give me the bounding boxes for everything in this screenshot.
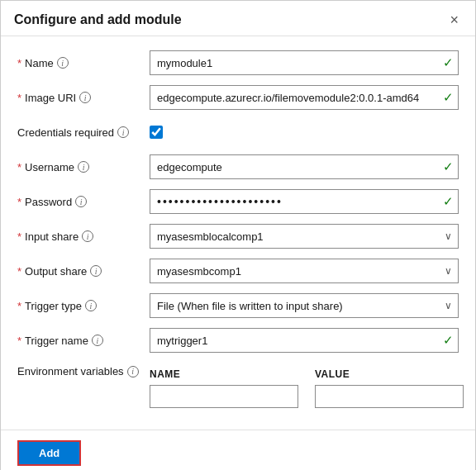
credentials-checkbox[interactable] xyxy=(150,126,163,139)
env-name-col-header: NAME xyxy=(150,368,298,380)
configure-module-dialog: Configure and add module × * Name i ✓ * … xyxy=(0,0,476,470)
output-share-select-wrap: myasesmbcomp1 ∨ xyxy=(150,259,459,283)
image-uri-required: * xyxy=(17,92,21,104)
name-input-wrap: ✓ xyxy=(150,50,459,75)
image-uri-label: * Image URI i xyxy=(17,92,150,104)
name-label-text: Name xyxy=(25,57,54,69)
output-share-label: * Output share i xyxy=(17,265,150,278)
trigger-name-label-text: Trigger name xyxy=(25,335,88,347)
credentials-label-text: Credentials required xyxy=(17,126,114,139)
image-uri-check-icon: ✓ xyxy=(443,90,454,105)
name-check-icon: ✓ xyxy=(443,55,454,70)
username-label: * Username i xyxy=(17,161,150,173)
username-required: * xyxy=(17,161,21,173)
username-input[interactable] xyxy=(150,154,459,179)
image-uri-label-text: Image URI xyxy=(25,92,76,104)
dialog-title: Configure and add module xyxy=(14,12,182,27)
input-share-row: * Input share i myasesmblocalcomp1 ∨ xyxy=(17,223,459,249)
dialog-footer: Add xyxy=(1,430,475,470)
name-info-icon: i xyxy=(57,57,69,69)
trigger-type-label: * Trigger type i xyxy=(17,300,150,312)
trigger-name-input[interactable] xyxy=(150,328,459,353)
password-check-icon: ✓ xyxy=(443,194,454,209)
input-share-label-text: Input share xyxy=(25,230,79,243)
output-share-required: * xyxy=(17,265,21,278)
input-share-label: * Input share i xyxy=(17,230,150,243)
name-row: * Name i ✓ xyxy=(17,50,459,76)
input-share-select-wrap: myasesmblocalcomp1 ∨ xyxy=(150,224,459,249)
env-value-input[interactable] xyxy=(315,385,464,408)
add-button[interactable]: Add xyxy=(17,440,81,466)
env-value-col-header: VALUE xyxy=(315,368,464,380)
env-variables-row: Environment variables i NAME VALUE xyxy=(17,362,459,408)
env-variables-info-icon: i xyxy=(127,366,139,377)
name-input[interactable] xyxy=(150,50,459,75)
trigger-type-select[interactable]: File (When file is written to input shar… xyxy=(150,293,459,318)
image-uri-info-icon: i xyxy=(79,92,91,103)
username-info-icon: i xyxy=(78,161,89,173)
password-label: * Password i xyxy=(17,196,150,208)
name-required: * xyxy=(17,57,21,69)
dialog-header: Configure and add module × xyxy=(1,1,475,36)
trigger-name-required: * xyxy=(17,335,21,347)
image-uri-input-wrap: ✓ xyxy=(150,85,459,110)
credentials-checkbox-wrap xyxy=(150,126,163,139)
env-variables-label: Environment variables i xyxy=(17,362,150,377)
trigger-name-row: * Trigger name i ✓ xyxy=(17,327,459,354)
env-input-row xyxy=(150,385,464,408)
name-label: * Name i xyxy=(17,57,150,69)
close-button[interactable]: × xyxy=(446,12,462,27)
trigger-type-select-wrap: File (When file is written to input shar… xyxy=(150,293,459,318)
password-input[interactable] xyxy=(150,189,459,214)
password-input-wrap: ✓ xyxy=(150,189,459,214)
env-table-header: NAME VALUE xyxy=(150,368,464,380)
password-info-icon: i xyxy=(75,196,87,207)
trigger-name-label: * Trigger name i xyxy=(17,335,150,347)
username-row: * Username i ✓ xyxy=(17,154,459,180)
credentials-label: Credentials required i xyxy=(17,126,150,139)
image-uri-input[interactable] xyxy=(150,85,459,110)
username-label-text: Username xyxy=(25,161,74,173)
input-share-info-icon: i xyxy=(82,230,93,242)
env-variables-label-text: Environment variables xyxy=(17,365,124,377)
password-label-text: Password xyxy=(25,196,72,208)
output-share-select[interactable]: myasesmbcomp1 xyxy=(150,259,459,283)
output-share-info-icon: i xyxy=(90,265,102,277)
input-share-select[interactable]: myasesmblocalcomp1 xyxy=(150,224,459,249)
credentials-info-icon: i xyxy=(117,126,129,138)
trigger-name-input-wrap: ✓ xyxy=(150,328,459,353)
output-share-row: * Output share i myasesmbcomp1 ∨ xyxy=(17,258,459,284)
trigger-type-row: * Trigger type i File (When file is writ… xyxy=(17,292,459,319)
trigger-name-check-icon: ✓ xyxy=(443,333,454,348)
trigger-type-label-text: Trigger type xyxy=(25,300,82,312)
input-share-required: * xyxy=(17,230,21,243)
trigger-type-info-icon: i xyxy=(85,300,97,311)
password-row: * Password i ✓ xyxy=(17,188,459,215)
output-share-label-text: Output share xyxy=(25,265,87,278)
trigger-type-required: * xyxy=(17,300,21,312)
username-input-wrap: ✓ xyxy=(150,154,459,179)
credentials-row: Credentials required i xyxy=(17,119,459,145)
username-check-icon: ✓ xyxy=(443,159,454,174)
password-required: * xyxy=(17,196,21,208)
env-section: NAME VALUE xyxy=(150,368,464,408)
trigger-name-info-icon: i xyxy=(92,335,103,346)
env-name-input[interactable] xyxy=(150,385,298,408)
image-uri-row: * Image URI i ✓ xyxy=(17,84,459,111)
dialog-body: * Name i ✓ * Image URI i ✓ Cre xyxy=(1,36,475,430)
